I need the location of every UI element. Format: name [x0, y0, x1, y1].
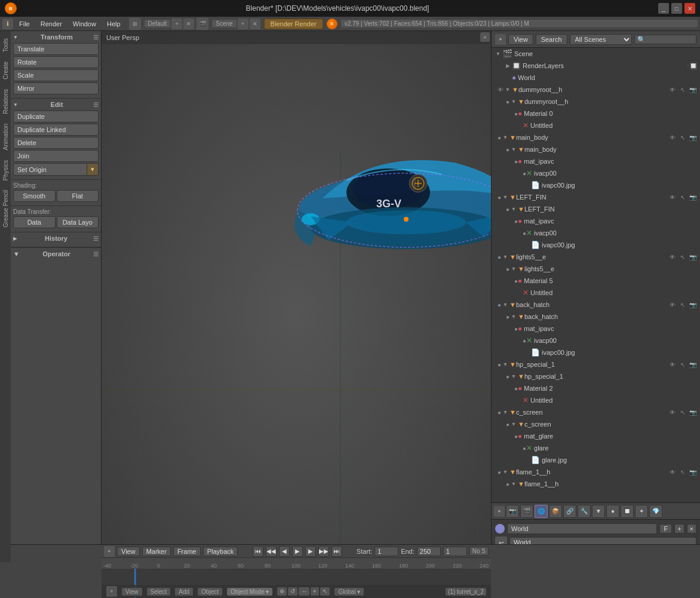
- tree-item-material2[interactable]: ● ● Material 2: [492, 382, 700, 394]
- render-engine-selector[interactable]: Blender Render: [264, 19, 323, 29]
- fl-cursor-btn[interactable]: ↖: [678, 467, 687, 477]
- menu-file[interactable]: File: [14, 19, 35, 29]
- tab-grease-pencil[interactable]: Grease Pencil: [1, 185, 10, 232]
- workspace-add[interactable]: +: [171, 19, 182, 29]
- viewport-object-btn[interactable]: Object: [198, 588, 222, 596]
- minimize-button[interactable]: _: [658, 3, 669, 14]
- tree-item-lights5-obj[interactable]: ● ▼ ▼ lights5__e: [492, 263, 700, 275]
- pb-prev-frame[interactable]: ◀: [279, 546, 290, 557]
- world-corner[interactable]: +: [494, 506, 505, 517]
- tm-frame-btn[interactable]: Frame: [173, 547, 201, 556]
- pb-next-key[interactable]: ▶▶: [318, 546, 329, 557]
- wt-btn-render[interactable]: 📷: [506, 505, 519, 518]
- viewport-mode-btn[interactable]: Object Mode ▾: [227, 588, 272, 596]
- tree-item-backhatch-group[interactable]: ● ▼ ▼ back_hatch 👁 ↖ 📷: [492, 299, 700, 311]
- tree-item-ivacp00-2[interactable]: ● ✕ ivacp00: [492, 227, 700, 239]
- timeline-corner[interactable]: +: [104, 546, 115, 557]
- pb-prev-key[interactable]: ◀◀: [266, 546, 277, 557]
- wt-btn-scene[interactable]: 🎬: [520, 505, 533, 518]
- maximize-button[interactable]: □: [671, 3, 682, 14]
- tree-item-hpspecial-group[interactable]: ● ▼ ▼ hp_special_1 👁 ↖ 📷: [492, 358, 700, 370]
- viewport-corner-bl[interactable]: +: [106, 586, 117, 597]
- dr-render-btn[interactable]: 📷: [688, 85, 698, 94]
- tree-item-ivacp00-1[interactable]: ● ✕ ivacp00: [492, 167, 700, 179]
- tree-item-untitled-2[interactable]: ✕ Untitled: [492, 287, 700, 299]
- viewport-view-btn[interactable]: View: [122, 588, 142, 596]
- tree-item-dummyroot-obj[interactable]: ● ▼ ▼ dummyroot__h: [492, 96, 700, 108]
- tree-item-ivapc00jpg-1[interactable]: 📄 ivapc00.jpg: [492, 179, 700, 191]
- vp-tool-3[interactable]: ↔: [299, 587, 309, 596]
- delete-button[interactable]: Delete: [13, 137, 99, 149]
- tree-item-dummyroot-group[interactable]: 👁 ▼ ▼ dummyroot__h 👁 ↖ 📷: [492, 84, 700, 96]
- transform-panel-header[interactable]: ▼ Transform ☰: [13, 33, 99, 41]
- cs-render-btn[interactable]: 📷: [688, 407, 698, 417]
- tm-view-btn[interactable]: View: [117, 547, 140, 556]
- translate-button[interactable]: Translate: [13, 43, 99, 55]
- outliner-search-input[interactable]: [634, 35, 696, 44]
- bh-cursor-btn[interactable]: ↖: [678, 300, 687, 309]
- lf-render-btn[interactable]: 📷: [688, 192, 698, 202]
- tree-item-flame-obj[interactable]: ● ▼ ▼ flame_1__h: [492, 478, 700, 490]
- mb-eye-btn[interactable]: 👁: [668, 133, 677, 142]
- operator-menu-icon[interactable]: ☰: [93, 251, 99, 257]
- tree-item-hpspecial-obj[interactable]: ● ▼ ▼ hp_special_1: [492, 370, 700, 382]
- tree-item-untitled-1[interactable]: ✕ Untitled: [492, 119, 700, 131]
- fl-eye-btn[interactable]: 👁: [668, 467, 677, 477]
- scene-selector[interactable]: All Scenes: [570, 34, 632, 45]
- tree-item-ivapc00jpg-3[interactable]: 📄 ivapc00.jpg: [492, 346, 700, 358]
- tree-item-renderlayers[interactable]: ▶ 🔲 RenderLayers | 🔲: [492, 60, 700, 72]
- history-menu-icon[interactable]: ☰: [93, 235, 99, 242]
- menu-window[interactable]: Window: [68, 19, 101, 29]
- tab-physics[interactable]: Physics: [1, 155, 10, 185]
- tree-item-world[interactable]: ● World: [492, 72, 700, 84]
- wt-btn-data[interactable]: ▼: [592, 505, 605, 518]
- lf-eye-btn[interactable]: 👁: [668, 192, 677, 202]
- tree-item-scene[interactable]: ▼ 🎬 Scene: [492, 48, 700, 60]
- tm-end-input[interactable]: [417, 547, 441, 556]
- wt-btn-material[interactable]: ●: [606, 505, 619, 518]
- scene-add[interactable]: +: [238, 19, 248, 29]
- pb-jump-end[interactable]: ⏭: [331, 546, 342, 557]
- bh-render-btn[interactable]: 📷: [688, 300, 698, 309]
- outliner-view-btn[interactable]: View: [508, 34, 533, 45]
- tab-relations[interactable]: Relations: [1, 84, 10, 119]
- viewport-add-btn[interactable]: Add: [175, 588, 193, 596]
- l5-render-btn[interactable]: 📷: [688, 252, 698, 262]
- wt-btn-constraint[interactable]: 🔗: [563, 505, 576, 518]
- data-button[interactable]: Data: [13, 216, 56, 228]
- wt-btn-object[interactable]: 📦: [549, 505, 562, 518]
- tree-item-ivapc00jpg-2[interactable]: 📄 ivapc00.jpg: [492, 239, 700, 251]
- tm-start-input[interactable]: [374, 547, 398, 556]
- tree-item-cscreen-obj[interactable]: ● ▼ ▼ c_screen: [492, 418, 700, 430]
- vp-tool-2[interactable]: ↺: [288, 587, 297, 596]
- pb-next-frame[interactable]: ▶: [305, 546, 316, 557]
- scene-close[interactable]: ✕: [250, 19, 260, 29]
- tree-item-glare-tex[interactable]: ● ✕ glare: [492, 442, 700, 454]
- wt-btn-modifier[interactable]: 🔧: [578, 505, 591, 518]
- menu-help[interactable]: Help: [102, 19, 125, 29]
- outliner-corner[interactable]: +: [495, 34, 506, 45]
- lf-cursor-btn[interactable]: ↖: [678, 192, 687, 202]
- data-layout-button[interactable]: Data Layo: [57, 216, 99, 228]
- tree-item-flame-group[interactable]: ● ▼ ▼ flame_1__h 👁 ↖ 📷: [492, 466, 700, 478]
- vp-global-btn[interactable]: Global ▾: [334, 588, 364, 596]
- outliner-search-btn[interactable]: Search: [536, 34, 567, 45]
- close-button[interactable]: ✕: [684, 3, 695, 14]
- fl-render-btn[interactable]: 📷: [688, 467, 698, 477]
- mirror-button[interactable]: Mirror: [13, 82, 99, 94]
- tm-current-frame[interactable]: [443, 547, 467, 556]
- tab-tools[interactable]: Tools: [1, 33, 10, 57]
- tree-item-untitled-3[interactable]: ✕ Untitled: [492, 394, 700, 406]
- transform-menu-icon[interactable]: ☰: [93, 34, 99, 41]
- rotate-button[interactable]: Rotate: [13, 56, 99, 68]
- vp-tool-4[interactable]: ⌖: [311, 587, 319, 596]
- mb-cursor-btn[interactable]: ↖: [678, 133, 687, 142]
- vp-tool-1[interactable]: ⊕: [277, 587, 287, 596]
- wt-btn-particle[interactable]: ✦: [635, 505, 648, 518]
- world-add-btn[interactable]: +: [674, 524, 684, 533]
- menu-render[interactable]: Render: [36, 19, 67, 29]
- set-origin-dropdown[interactable]: ▾: [87, 163, 99, 176]
- cs-eye-btn[interactable]: 👁: [668, 407, 677, 417]
- tree-item-mainbody-group[interactable]: ● ▼ ▼ main_body 👁 ↖ 📷: [492, 131, 700, 143]
- dr-eye-btn[interactable]: 👁: [668, 85, 677, 94]
